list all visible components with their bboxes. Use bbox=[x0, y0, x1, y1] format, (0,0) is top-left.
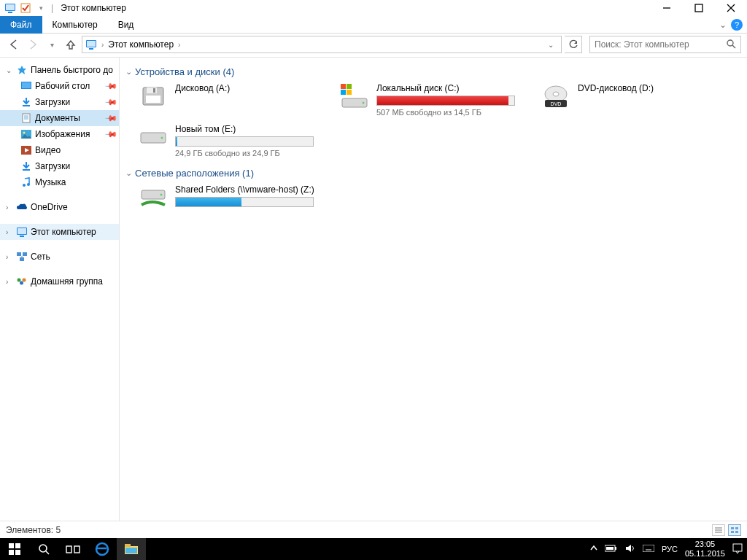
netloc-item[interactable]: Shared Folders (\\vmware-host) (Z:) bbox=[139, 184, 321, 211]
view-icons-button[interactable] bbox=[728, 524, 741, 536]
ribbon-collapse-chevron[interactable]: ⌄ bbox=[719, 20, 727, 30]
help-icon[interactable]: ? bbox=[731, 19, 743, 31]
nav-network[interactable]: › Сеть bbox=[0, 249, 119, 265]
drive-name: Локальный диск (C:) bbox=[376, 83, 522, 93]
svg-point-37 bbox=[20, 281, 23, 285]
nav-pictures[interactable]: Изображения 📌 bbox=[0, 126, 119, 142]
qat-properties-icon[interactable] bbox=[18, 1, 33, 15]
nav-onedrive[interactable]: › OneDrive bbox=[0, 199, 119, 215]
start-button[interactable] bbox=[0, 538, 29, 560]
nav-recent-dropdown[interactable]: ▾ bbox=[44, 36, 60, 52]
tray-up-icon[interactable] bbox=[590, 545, 597, 553]
svg-rect-70 bbox=[66, 546, 71, 553]
svg-point-35 bbox=[18, 279, 21, 282]
nav-music[interactable]: Музыка bbox=[0, 174, 119, 190]
pin-icon: 📌 bbox=[104, 95, 117, 109]
tray-language[interactable]: РУС bbox=[662, 545, 678, 553]
svg-rect-9 bbox=[87, 41, 96, 47]
nav-videos[interactable]: Видео bbox=[0, 142, 119, 158]
drive-status: 507 МБ свободно из 14,5 ГБ bbox=[376, 108, 522, 117]
drive-name: Новый том (E:) bbox=[175, 124, 321, 134]
nav-desktop[interactable]: Рабочий стол 📌 bbox=[0, 78, 119, 94]
address-bar[interactable]: › Этот компьютер › ⌄ bbox=[82, 36, 562, 53]
nav-homegroup[interactable]: › Домашняя группа bbox=[0, 273, 119, 289]
refresh-button[interactable] bbox=[565, 36, 582, 53]
drive-item[interactable]: Локальный диск (C:) 507 МБ свободно из 1… bbox=[340, 83, 522, 117]
chevron-right-icon[interactable]: › bbox=[6, 278, 13, 286]
minimize-button[interactable] bbox=[659, 1, 674, 15]
svg-rect-29 bbox=[18, 228, 26, 234]
nav-item-label: Изображения bbox=[35, 129, 90, 139]
svg-line-12 bbox=[732, 45, 735, 48]
taskbar: РУС 23:05 05.11.2015 bbox=[0, 538, 747, 560]
chevron-right-icon[interactable]: › bbox=[6, 228, 13, 236]
tab-view[interactable]: Вид bbox=[108, 16, 144, 34]
svg-point-68 bbox=[39, 545, 47, 552]
pictures-icon bbox=[20, 128, 32, 140]
nav-quick-access[interactable]: ⌄ Панель быстрого до bbox=[0, 62, 119, 78]
svg-rect-41 bbox=[146, 96, 160, 103]
svg-rect-44 bbox=[347, 84, 352, 89]
drive-item[interactable]: DVD DVD-дисковод (D:) bbox=[541, 83, 694, 117]
section-network-header[interactable]: ⌄ Сетевые расположения (1) bbox=[125, 168, 741, 179]
svg-rect-5 bbox=[695, 4, 703, 12]
nav-up-button[interactable] bbox=[63, 36, 79, 52]
svg-rect-30 bbox=[20, 236, 24, 237]
svg-rect-40 bbox=[153, 88, 155, 93]
search-icon[interactable] bbox=[726, 39, 736, 51]
section-devices-header[interactable]: ⌄ Устройства и диски (4) bbox=[125, 66, 741, 77]
chevron-down-icon[interactable]: ⌄ bbox=[125, 168, 132, 178]
taskview-button[interactable] bbox=[58, 538, 88, 560]
view-details-button[interactable] bbox=[712, 524, 725, 536]
svg-rect-82 bbox=[733, 544, 742, 551]
pin-icon: 📌 bbox=[104, 79, 117, 93]
tray-notifications-icon[interactable] bbox=[732, 543, 743, 555]
maximize-button[interactable] bbox=[692, 1, 706, 15]
nav-documents[interactable]: Документы 📌 bbox=[0, 110, 119, 126]
search-box[interactable] bbox=[589, 36, 741, 53]
search-input[interactable] bbox=[595, 39, 726, 50]
network-drive-icon bbox=[139, 184, 168, 211]
chevron-right-icon[interactable]: › bbox=[6, 203, 13, 211]
taskbar-search-button[interactable] bbox=[29, 538, 58, 560]
nav-this-pc[interactable]: › Этот компьютер bbox=[0, 224, 119, 240]
address-dropdown[interactable]: ⌄ bbox=[543, 41, 558, 49]
breadcrumb-sep[interactable]: › bbox=[177, 41, 182, 49]
qat-dropdown[interactable]: ▾ bbox=[34, 1, 48, 15]
pin-icon: 📌 bbox=[104, 127, 117, 141]
drive-item[interactable]: Новый том (E:) 24,9 ГБ свободно из 24,9 … bbox=[139, 124, 321, 158]
svg-rect-64 bbox=[9, 543, 14, 548]
nav-quick-label: Панель быстрого до bbox=[31, 65, 113, 75]
taskbar-edge[interactable] bbox=[88, 538, 117, 560]
chevron-down-icon[interactable]: ⌄ bbox=[6, 66, 13, 74]
tray-volume-icon[interactable] bbox=[625, 544, 635, 554]
nav-downloads[interactable]: Загрузки 📌 bbox=[0, 94, 119, 110]
svg-rect-16 bbox=[23, 105, 30, 106]
taskbar-explorer[interactable] bbox=[117, 538, 146, 560]
tab-computer[interactable]: Компьютер bbox=[42, 16, 108, 34]
chevron-down-icon[interactable]: ⌄ bbox=[125, 67, 132, 77]
clock-time: 23:05 bbox=[685, 540, 725, 549]
svg-rect-1 bbox=[6, 4, 15, 10]
breadcrumb[interactable]: Этот компьютер bbox=[105, 39, 177, 50]
svg-rect-60 bbox=[731, 527, 734, 529]
tray-battery-icon[interactable] bbox=[605, 545, 618, 553]
chevron-right-icon[interactable]: › bbox=[6, 253, 13, 261]
drive-name: DVD-дисковод (D:) bbox=[578, 83, 694, 93]
nav-back-button[interactable] bbox=[6, 36, 22, 52]
nav-item-label: Документы bbox=[35, 113, 80, 123]
nav-downloads-2[interactable]: Загрузки bbox=[0, 158, 119, 174]
drive-item[interactable]: Дисковод (A:) bbox=[139, 83, 321, 117]
close-button[interactable] bbox=[724, 1, 738, 15]
svg-point-26 bbox=[23, 184, 26, 187]
nav-item-label: Этот компьютер bbox=[31, 227, 96, 237]
svg-rect-15 bbox=[22, 82, 31, 88]
tray-keyboard-icon[interactable] bbox=[643, 545, 654, 553]
titlebar: ▾ | Этот компьютер bbox=[0, 0, 747, 16]
qat-this-pc-icon[interactable] bbox=[3, 1, 18, 15]
tab-file[interactable]: Файл bbox=[0, 16, 42, 34]
svg-point-36 bbox=[23, 279, 26, 282]
tray-clock[interactable]: 23:05 05.11.2015 bbox=[685, 540, 725, 559]
nav-forward-button[interactable] bbox=[25, 36, 41, 52]
breadcrumb-sep[interactable]: › bbox=[100, 41, 105, 49]
